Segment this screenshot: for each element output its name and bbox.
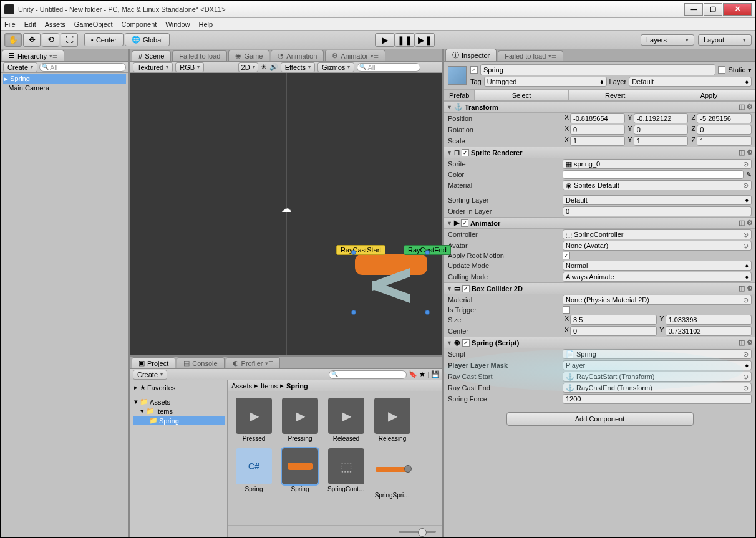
scene-2d-toggle[interactable]: 2D xyxy=(238,62,258,72)
center-y[interactable]: 0.7231102 xyxy=(666,326,752,336)
thumbnail-size-slider[interactable] xyxy=(399,531,436,533)
avatar-field[interactable]: None (Avatar) xyxy=(563,241,752,251)
layer-mask[interactable]: Player♦ xyxy=(563,360,752,370)
asset-releasing[interactable]: ▶Releasing xyxy=(372,398,412,442)
tab-inspector-failed[interactable]: Failed to load▾☰ xyxy=(498,50,563,61)
scene-audio-icon[interactable]: 🔊 xyxy=(269,63,278,71)
tab-animation[interactable]: ◔ Animation xyxy=(271,50,324,61)
close-button[interactable]: ✕ xyxy=(723,3,752,16)
menu-gameobject[interactable]: GameObject xyxy=(74,21,113,28)
pause-button[interactable]: ❚❚ xyxy=(395,33,415,47)
hierarchy-item-camera[interactable]: Main Camera xyxy=(3,84,126,92)
tab-scene[interactable]: # Scene xyxy=(132,50,171,61)
asset-spring-script[interactable]: C#Spring xyxy=(234,448,274,499)
menu-component[interactable]: Component xyxy=(121,21,157,28)
root-motion-checkbox[interactable]: ✓ xyxy=(563,252,570,259)
space-toggle[interactable]: 🌐 Global xyxy=(125,33,170,46)
rot-y[interactable]: 0 xyxy=(634,125,689,135)
scene-viewport[interactable]: RayCastStart RayCastEnd ☁ xyxy=(130,73,442,355)
scene-effects[interactable]: Effects xyxy=(281,62,315,72)
tab-hierarchy[interactable]: ☰ Hierarchy▾☰ xyxy=(2,50,64,61)
size-x[interactable]: 3.5 xyxy=(570,315,657,325)
project-create[interactable]: Create xyxy=(133,370,167,380)
maximize-button[interactable]: ▢ xyxy=(704,3,722,16)
menu-file[interactable]: File xyxy=(4,21,16,28)
sprite-field[interactable]: ▦ spring_0 xyxy=(563,159,752,169)
rot-z[interactable]: 0 xyxy=(697,125,752,135)
layout-dropdown[interactable]: Layout xyxy=(698,34,752,46)
menu-help[interactable]: Help xyxy=(198,21,213,28)
material-field[interactable]: ◉ Sprites-Default xyxy=(563,180,752,190)
color-field[interactable] xyxy=(563,170,744,179)
spring-folder[interactable]: 📁 Spring xyxy=(133,416,225,425)
pos-z[interactable]: -5.285156 xyxy=(697,113,752,123)
breadcrumb[interactable]: Assets ▸ Items ▸ Spring xyxy=(228,380,442,391)
spring-force-field[interactable]: 1200 xyxy=(563,394,752,404)
gameobject-name-field[interactable]: Spring xyxy=(480,64,715,75)
menu-window[interactable]: Window xyxy=(165,21,190,28)
prefab-select[interactable]: Select xyxy=(474,90,568,100)
update-mode[interactable]: Normal♦ xyxy=(563,261,752,271)
gameobject-icon[interactable] xyxy=(448,66,467,85)
hand-tool[interactable]: ✋ xyxy=(4,33,22,47)
rot-x[interactable]: 0 xyxy=(570,125,625,135)
scale-y[interactable]: 1 xyxy=(634,136,689,146)
center-x[interactable]: 0 xyxy=(570,326,657,336)
scale-z[interactable]: 1 xyxy=(697,136,752,146)
tab-profiler[interactable]: ◐ Profiler▾☰ xyxy=(226,357,281,368)
asset-spring-controller[interactable]: ⬚SpringCont… xyxy=(326,448,366,499)
asset-pressing[interactable]: ▶Pressing xyxy=(280,398,320,442)
items-folder[interactable]: ▾ 📁 Items xyxy=(133,406,225,416)
tab-project[interactable]: ▣ Project xyxy=(132,357,175,368)
raycast-end-field[interactable]: ⚓ RayCastEnd (Transform) xyxy=(563,383,752,393)
hierarchy-create[interactable]: Create xyxy=(3,62,37,72)
asset-released[interactable]: ▶Released xyxy=(326,398,366,442)
static-checkbox[interactable] xyxy=(718,66,725,74)
eyedropper-icon[interactable]: ✎ xyxy=(746,171,752,179)
tab-console[interactable]: ▤ Console xyxy=(177,357,224,368)
layers-dropdown[interactable]: Layers xyxy=(641,34,694,46)
scene-light-icon[interactable]: ☀ xyxy=(261,63,267,71)
tab-inspector[interactable]: ⓘ Inspector xyxy=(445,49,497,61)
tab-failed[interactable]: Failed to load xyxy=(172,50,227,61)
asset-spring-sprite[interactable]: Spring xyxy=(280,448,320,499)
layer-dropdown[interactable]: Default♦ xyxy=(629,77,752,87)
add-component-button[interactable]: Add Component xyxy=(506,412,694,426)
tab-animator[interactable]: ⚙ Animator▾☰ xyxy=(325,50,385,61)
scene-rgb[interactable]: RGB xyxy=(175,62,204,72)
menu-assets[interactable]: Assets xyxy=(45,21,65,28)
scene-gizmos[interactable]: Gizmos xyxy=(317,62,354,72)
pivot-toggle[interactable]: ▪ Center xyxy=(84,33,124,46)
pos-x[interactable]: -0.8185654 xyxy=(570,113,625,123)
menu-edit[interactable]: Edit xyxy=(24,21,36,28)
tab-game[interactable]: ◉ Game xyxy=(228,50,269,61)
favorites-folder[interactable]: ▸ ★ Favorites xyxy=(133,383,225,392)
project-star-icon[interactable]: ★ xyxy=(419,370,425,378)
project-save-icon[interactable]: 💾 xyxy=(431,370,440,378)
rotate-tool[interactable]: ⟲ xyxy=(42,33,59,47)
project-filter-icon[interactable]: 🔖 xyxy=(409,370,417,378)
prefab-revert[interactable]: Revert xyxy=(568,90,662,100)
step-button[interactable]: ▶❚ xyxy=(415,33,435,47)
physics-material[interactable]: None (Physics Material 2D) xyxy=(563,295,752,305)
play-button[interactable]: ▶ xyxy=(375,33,395,47)
prefab-apply[interactable]: Apply xyxy=(662,90,755,100)
active-checkbox[interactable]: ✓ xyxy=(470,66,478,74)
order-in-layer[interactable]: 0 xyxy=(563,206,752,216)
hierarchy-search[interactable]: All xyxy=(39,63,126,72)
is-trigger-checkbox[interactable] xyxy=(563,306,570,314)
raycast-start-field[interactable]: ⚓ RayCastStart (Transform) xyxy=(563,372,752,382)
scene-search[interactable]: All xyxy=(357,63,420,72)
raycast-start-label[interactable]: RayCastStart xyxy=(336,245,385,255)
minimize-button[interactable]: — xyxy=(684,3,703,16)
move-tool[interactable]: ✥ xyxy=(23,33,41,47)
tag-dropdown[interactable]: Untagged♦ xyxy=(484,77,607,87)
asset-spring-spritesheet[interactable]: SpringSpri… xyxy=(372,467,412,499)
project-search[interactable] xyxy=(329,370,407,379)
size-y[interactable]: 1.033398 xyxy=(666,315,752,325)
sorting-layer[interactable]: Default♦ xyxy=(563,195,752,205)
hierarchy-item-spring[interactable]: ▸ Spring xyxy=(3,74,126,84)
scene-shading[interactable]: Textured xyxy=(133,62,173,72)
controller-field[interactable]: ⬚ SpringController xyxy=(563,229,752,239)
static-dropdown-icon[interactable]: ▾ xyxy=(748,66,752,74)
